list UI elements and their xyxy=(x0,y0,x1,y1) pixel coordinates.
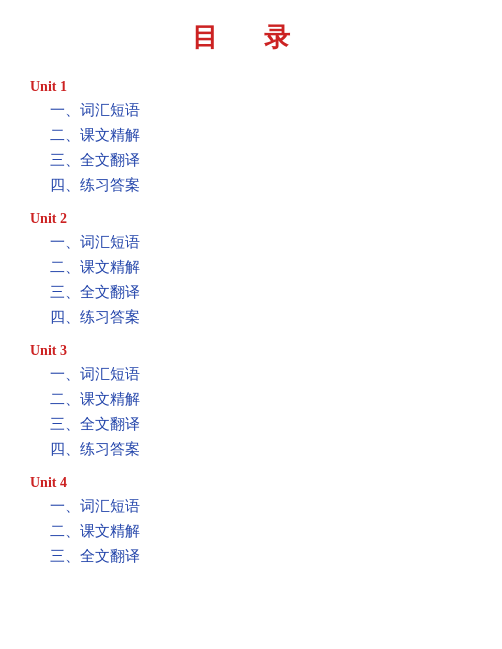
toc-item-unit3-2[interactable]: 二、课文精解 xyxy=(50,390,472,409)
toc-item-unit4-3[interactable]: 三、全文翻译 xyxy=(50,547,472,566)
toc-item-unit1-1[interactable]: 一、词汇短语 xyxy=(50,101,472,120)
toc-item-unit2-4[interactable]: 四、练习答案 xyxy=(50,308,472,327)
toc-container: Unit 1一、词汇短语二、课文精解三、全文翻译四、练习答案Unit 2一、词汇… xyxy=(30,79,472,566)
unit-label-3: Unit 3 xyxy=(30,343,472,359)
toc-item-unit4-2[interactable]: 二、课文精解 xyxy=(50,522,472,541)
toc-item-unit2-1[interactable]: 一、词汇短语 xyxy=(50,233,472,252)
toc-item-unit1-3[interactable]: 三、全文翻译 xyxy=(50,151,472,170)
toc-item-unit2-2[interactable]: 二、课文精解 xyxy=(50,258,472,277)
unit-label-2: Unit 2 xyxy=(30,211,472,227)
unit-label-1: Unit 1 xyxy=(30,79,472,95)
toc-item-unit3-1[interactable]: 一、词汇短语 xyxy=(50,365,472,384)
page-title: 目 录 xyxy=(30,20,472,55)
toc-item-unit1-2[interactable]: 二、课文精解 xyxy=(50,126,472,145)
toc-item-unit3-4[interactable]: 四、练习答案 xyxy=(50,440,472,459)
toc-item-unit1-4[interactable]: 四、练习答案 xyxy=(50,176,472,195)
toc-item-unit4-1[interactable]: 一、词汇短语 xyxy=(50,497,472,516)
unit-label-4: Unit 4 xyxy=(30,475,472,491)
toc-item-unit2-3[interactable]: 三、全文翻译 xyxy=(50,283,472,302)
toc-item-unit3-3[interactable]: 三、全文翻译 xyxy=(50,415,472,434)
